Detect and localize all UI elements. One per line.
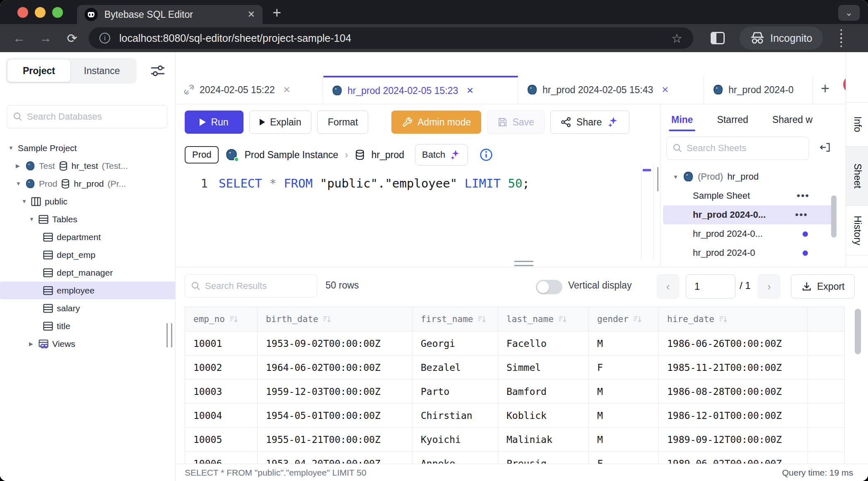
results-scrollbar[interactable] [855, 309, 861, 354]
cell[interactable]: 1989-09-12T00:00:00Z [659, 428, 808, 451]
sidebar-resize-handle[interactable] [166, 323, 172, 347]
cell[interactable]: 10003 [185, 380, 258, 403]
cell[interactable]: Bezalel [412, 356, 498, 379]
sort-icon[interactable] [633, 315, 642, 324]
cell[interactable]: Koblick [498, 404, 589, 427]
column-header[interactable]: last_name [498, 307, 589, 331]
cell[interactable]: F [589, 452, 659, 464]
tree-item-hr-prod[interactable]: ▼ Prod hr_prod (Pr... [0, 175, 176, 192]
cell[interactable]: 1964-06-02T00:00:00Z [258, 356, 412, 379]
address-bar[interactable]: i localhost:8080/sql-editor/sheet/projec… [89, 27, 693, 49]
tree-item-table-dept-emp[interactable]: dept_emp [0, 246, 176, 264]
worksheet-tab-2-active[interactable]: hr_prod 2024-02-05 15:23 ✕ [323, 76, 518, 104]
tab-starred[interactable]: Starred [717, 114, 748, 125]
tree-item-table-dept-manager[interactable]: dept_manager [0, 264, 176, 281]
cell[interactable]: Anneke [412, 452, 498, 464]
cell[interactable]: M [589, 332, 659, 355]
caret-down-icon[interactable]: ▼ [16, 180, 22, 187]
back-icon[interactable]: ← [12, 31, 27, 45]
worksheet-tab-3[interactable]: hr_prod 2024-02-05 15:43 ✕ [518, 76, 704, 104]
results-resize-handle[interactable] [514, 261, 533, 266]
tree-item-table-department[interactable]: department [0, 228, 176, 246]
editor-minimap[interactable] [641, 164, 653, 260]
cell[interactable]: 1954-05-01T00:00:00Z [258, 404, 412, 427]
cell[interactable]: 1985-11-21T00:00:00Z [659, 356, 808, 379]
worksheet-tab-4[interactable]: hr_prod 2024-0 [704, 76, 813, 104]
tree-item-table-employee[interactable]: employee [0, 281, 176, 299]
column-header[interactable]: hire_date [659, 307, 808, 331]
search-databases-box[interactable] [7, 105, 167, 128]
search-results-input[interactable] [205, 281, 311, 291]
sheet-item-3[interactable]: hr_prod 2024-0... [661, 224, 846, 243]
cell[interactable]: M [589, 428, 659, 451]
worksheet-tab-1[interactable]: 2024-02-05 15:22 ✕ [176, 76, 323, 104]
table-row[interactable]: 10002 1964-06-02T00:00:00Z Bezalel Simme… [185, 355, 844, 379]
close-tab-icon[interactable]: ✕ [283, 85, 291, 95]
browser-tab[interactable]: Bytebase SQL Editor ✕ [77, 5, 263, 24]
rail-tab-info[interactable]: Info [846, 102, 868, 146]
cell[interactable]: 1986-06-26T00:00:00Z [659, 332, 808, 355]
caret-right-icon[interactable]: ▶ [29, 341, 35, 347]
prev-page-button[interactable]: ‹ [657, 274, 679, 298]
close-tab-icon[interactable]: ✕ [466, 86, 474, 96]
caret-right-icon[interactable]: ▶ [16, 163, 22, 169]
cell[interactable]: Facello [498, 332, 589, 355]
export-button[interactable]: Export [791, 274, 855, 298]
cell[interactable]: 1986-08-28T00:00:00Z [659, 380, 808, 403]
window-maximize-button[interactable] [52, 7, 63, 18]
table-row[interactable]: 10001 1953-09-02T00:00:00Z Georgi Facell… [185, 331, 844, 355]
search-results-box[interactable] [185, 274, 317, 298]
sheet-menu-icon[interactable]: ••• [795, 209, 808, 221]
run-button[interactable]: Run [185, 111, 244, 134]
search-databases-input[interactable] [27, 111, 161, 122]
caret-down-icon[interactable]: ▼ [8, 145, 14, 151]
admin-mode-button[interactable]: Admin mode [391, 111, 481, 134]
column-header[interactable]: birth_date [258, 307, 412, 331]
environment-chip[interactable]: Prod [185, 146, 219, 164]
add-worksheet-button[interactable]: + [821, 80, 829, 97]
window-minimize-button[interactable] [35, 7, 46, 18]
format-button[interactable]: Format [317, 111, 368, 134]
tab-mine[interactable]: Mine [671, 114, 693, 125]
next-page-button[interactable]: › [758, 274, 780, 298]
tab-instance[interactable]: Instance [70, 60, 133, 82]
bookmark-star-icon[interactable]: ☆ [671, 31, 682, 46]
site-info-icon[interactable]: i [99, 33, 110, 43]
cell[interactable]: Preusig [498, 452, 589, 464]
tree-item-table-title[interactable]: title [0, 317, 176, 335]
sort-icon[interactable] [322, 315, 331, 324]
batch-button[interactable]: Batch [415, 144, 468, 166]
sheet-menu-icon[interactable]: ••• [797, 190, 810, 202]
column-header[interactable]: first_name [412, 307, 498, 331]
cell[interactable]: Georgi [412, 332, 498, 355]
cell[interactable]: Chirstian [412, 404, 498, 427]
close-tab-icon[interactable]: ✕ [661, 85, 669, 95]
new-tab-button[interactable]: + [272, 4, 281, 22]
column-header[interactable]: emp_no [185, 307, 258, 331]
sort-icon[interactable] [229, 315, 238, 324]
cell[interactable]: M [589, 380, 659, 403]
collapse-panel-icon[interactable] [820, 142, 831, 153]
tree-item-hr-test[interactable]: ▶ Test hr_test (Test... [0, 157, 176, 175]
database-name[interactable]: hr_prod [371, 149, 404, 161]
cell[interactable]: 1953-04-20T00:00:00Z [258, 452, 412, 464]
sheet-group-hr-prod[interactable]: ▼ (Prod) hr_prod [661, 167, 846, 186]
caret-down-icon[interactable]: ▼ [29, 216, 35, 222]
window-close-button[interactable] [17, 7, 28, 18]
tree-group-views[interactable]: ▶ Views [0, 335, 176, 353]
page-number-input[interactable] [686, 274, 735, 298]
share-button[interactable]: Share [550, 111, 629, 134]
tab-project[interactable]: Project [7, 60, 70, 82]
search-sheets-input[interactable] [687, 143, 803, 154]
tree-group-tables[interactable]: ▼ Tables [0, 210, 176, 228]
cell[interactable]: 1959-12-03T00:00:00Z [258, 380, 412, 403]
cell[interactable]: 1953-09-02T00:00:00Z [258, 332, 412, 355]
vertical-display-toggle[interactable] [536, 280, 562, 294]
tab-shared[interactable]: Shared w [772, 114, 813, 125]
forward-icon[interactable]: → [38, 31, 53, 45]
caret-down-icon[interactable]: ▼ [22, 198, 27, 204]
tree-item-table-salary[interactable]: salary [0, 299, 176, 317]
tree-item-project[interactable]: ▼ Sample Project [0, 139, 176, 157]
cell[interactable]: Kyoichi [412, 428, 498, 451]
browser-menu-icon[interactable]: ⋮⋮⋮ [835, 32, 847, 44]
